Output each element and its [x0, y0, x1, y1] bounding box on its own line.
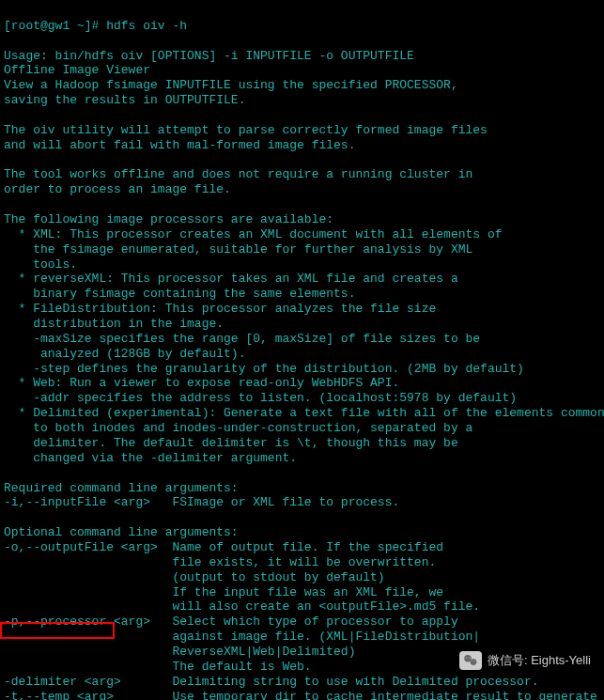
- output-line: will also create an <outputFile>.md5 fil…: [4, 599, 600, 614]
- output-line: binary fsimage containing the same eleme…: [4, 287, 600, 302]
- output-line: [4, 466, 600, 481]
- output-line: The following image processors are avail…: [4, 212, 600, 227]
- output-line: file exists, it will be overwritten.: [4, 555, 600, 570]
- output-line: -maxSize specifies the range [0, maxSize…: [4, 332, 600, 347]
- output-line: Optional command line arguments:: [4, 525, 600, 540]
- svg-point-0: [464, 655, 472, 662]
- output-line: * Delimited (experimental): Generate a t…: [4, 406, 600, 421]
- help-output: Usage: bin/hdfs oiv [OPTIONS] -i INPUTFI…: [4, 49, 600, 700]
- svg-point-3: [469, 657, 470, 658]
- output-line: order to process an image file.: [4, 182, 600, 197]
- output-line: [4, 510, 600, 525]
- wechat-icon: [459, 651, 482, 670]
- output-line: tools.: [4, 257, 600, 272]
- output-line: * Web: Run a viewer to expose read-only …: [4, 376, 600, 391]
- svg-point-4: [472, 661, 472, 661]
- output-line: to both inodes and inodes-under-construc…: [4, 421, 600, 436]
- output-line: -delimiter <arg> Delimiting string to us…: [4, 675, 600, 690]
- output-line: * FileDistribution: This processor analy…: [4, 302, 600, 317]
- prompt-command: [root@gw1 ~]# hdfs oiv -h: [4, 19, 600, 34]
- output-line: analyzed (128GB by default).: [4, 347, 600, 362]
- output-line: and will abort fail with mal-formed imag…: [4, 138, 600, 153]
- output-line: -addr specifies the address to listen. (…: [4, 391, 600, 406]
- output-line: * reverseXML: This processor takes an XM…: [4, 272, 600, 287]
- output-line: View a Hadoop fsimage INPUTFILE using th…: [4, 78, 600, 93]
- output-line: the fsimage enumerated, suitable for fur…: [4, 242, 600, 257]
- output-line: against image file. (XML|FileDistributio…: [4, 630, 600, 645]
- output-line: * XML: This processor creates an XML doc…: [4, 227, 600, 242]
- output-line: [4, 197, 600, 212]
- watermark-text: 微信号: Eights-Yelli: [488, 653, 591, 668]
- output-line: -p,--processor <arg> Select which type o…: [4, 614, 600, 630]
- output-line: The oiv utility will attempt to parse co…: [4, 123, 600, 138]
- output-line: The tool works offline and does not requ…: [4, 167, 600, 182]
- output-line: -i,--inputFile <arg> FSImage or XML file…: [4, 495, 600, 510]
- output-line: Offline Image Viewer: [4, 63, 600, 78]
- output-line: -step defines the granularity of the dis…: [4, 362, 600, 377]
- output-line: Required command line arguments:: [4, 481, 600, 496]
- output-line: saving the results in OUTPUTFILE.: [4, 93, 600, 108]
- output-line: If the input file was an XML file, we: [4, 585, 600, 600]
- svg-point-2: [466, 657, 467, 658]
- output-line: (output to stdout by default): [4, 570, 600, 585]
- watermark: 微信号: Eights-Yelli: [456, 649, 595, 672]
- svg-point-1: [471, 659, 477, 665]
- output-line: [4, 153, 600, 168]
- output-line: [4, 108, 600, 123]
- output-line: changed via the -delimiter argument.: [4, 451, 600, 466]
- output-line: delimiter. The default delimiter is \t, …: [4, 436, 600, 451]
- output-line: distribution in the image.: [4, 317, 600, 332]
- output-line: -o,--outputFile <arg> Name of output fil…: [4, 540, 600, 555]
- output-line: Usage: bin/hdfs oiv [OPTIONS] -i INPUTFI…: [4, 49, 600, 64]
- svg-point-5: [474, 661, 475, 661]
- terminal-output: [root@gw1 ~]# hdfs oiv -h Usage: bin/hdf…: [4, 4, 600, 700]
- output-line: -t,--temp <arg> Use temporary dir to cac…: [4, 690, 600, 700]
